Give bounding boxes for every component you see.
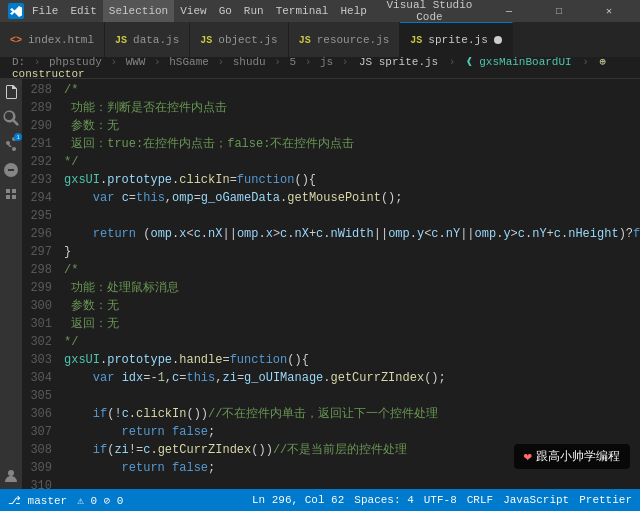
minimize-button[interactable]: — xyxy=(486,0,532,22)
status-bar-right: Ln 296, Col 62 Spaces: 4 UTF-8 CRLF Java… xyxy=(252,494,632,506)
indentation[interactable]: Spaces: 4 xyxy=(354,494,413,506)
js-file-icon: JS xyxy=(299,35,311,46)
menu-edit[interactable]: Edit xyxy=(64,0,102,22)
debug-icon[interactable] xyxy=(2,161,20,179)
menu-file[interactable]: File xyxy=(26,0,64,22)
close-button[interactable]: ✕ xyxy=(586,0,632,22)
watermark-icon: ❤ xyxy=(524,448,532,465)
menu-help[interactable]: Help xyxy=(334,0,372,22)
explorer-icon[interactable] xyxy=(2,83,20,101)
tab-resource-js[interactable]: JS resource.js xyxy=(289,22,401,57)
status-bar: ⎇ master ⚠ 0 ⊘ 0 Ln 296, Col 62 Spaces: … xyxy=(0,489,640,511)
extensions-icon[interactable] xyxy=(2,187,20,205)
html-file-icon: <> xyxy=(10,35,22,46)
watermark: ❤ 跟高小帅学编程 xyxy=(514,444,630,469)
account-icon[interactable] xyxy=(2,467,20,485)
editor: 288 289 290 291 292 293 294 295 296 297 … xyxy=(22,79,640,489)
encoding[interactable]: UTF-8 xyxy=(424,494,457,506)
code-content[interactable]: /* 功能：判断是否在控件内点击 参数：无 返回：true:在控件内点击；fal… xyxy=(60,79,640,489)
breadcrumb-text: D: › phpstudy › WWW › hSGame › shudu › 5… xyxy=(12,55,628,80)
git-branch[interactable]: ⎇ master xyxy=(8,494,67,507)
source-control-badge: 1 xyxy=(14,133,22,141)
menu-selection[interactable]: Selection xyxy=(103,0,174,22)
activity-bar: 1 xyxy=(0,79,22,489)
tab-bar: <> index.html JS data.js JS object.js JS… xyxy=(0,22,640,57)
tab-label: object.js xyxy=(218,34,277,46)
search-icon[interactable] xyxy=(2,109,20,127)
tab-label: sprite.js xyxy=(428,34,487,46)
tab-label: resource.js xyxy=(317,34,390,46)
menu-bar: File Edit Selection View Go Run Terminal… xyxy=(26,0,373,22)
title-bar-left: File Edit Selection View Go Run Terminal… xyxy=(8,0,373,22)
line-ending[interactable]: CRLF xyxy=(467,494,493,506)
menu-terminal[interactable]: Terminal xyxy=(270,0,335,22)
status-bar-left: ⎇ master ⚠ 0 ⊘ 0 xyxy=(8,494,123,507)
unsaved-indicator xyxy=(494,36,502,44)
js-file-icon: JS xyxy=(200,35,212,46)
tab-data-js[interactable]: JS data.js xyxy=(105,22,190,57)
menu-go[interactable]: Go xyxy=(213,0,238,22)
js-file-icon: JS xyxy=(410,35,422,46)
formatter[interactable]: Prettier xyxy=(579,494,632,506)
cursor-position[interactable]: Ln 296, Col 62 xyxy=(252,494,344,506)
tab-label: data.js xyxy=(133,34,179,46)
svg-point-0 xyxy=(8,470,14,476)
source-control-icon[interactable]: 1 xyxy=(2,135,20,153)
menu-run[interactable]: Run xyxy=(238,0,270,22)
watermark-text: 跟高小帅学编程 xyxy=(536,448,620,465)
tab-sprite-js[interactable]: JS sprite.js xyxy=(400,22,512,57)
menu-view[interactable]: View xyxy=(174,0,212,22)
language-mode[interactable]: JavaScript xyxy=(503,494,569,506)
window-controls: — □ ✕ xyxy=(486,0,632,22)
error-count[interactable]: ⚠ 0 ⊘ 0 xyxy=(77,494,123,507)
tab-object-js[interactable]: JS object.js xyxy=(190,22,288,57)
tab-label: index.html xyxy=(28,34,94,46)
breadcrumb: D: › phpstudy › WWW › hSGame › shudu › 5… xyxy=(0,57,640,79)
code-area[interactable]: 288 289 290 291 292 293 294 295 296 297 … xyxy=(22,79,640,489)
js-file-icon: JS xyxy=(115,35,127,46)
title-bar: File Edit Selection View Go Run Terminal… xyxy=(0,0,640,22)
tab-index-html[interactable]: <> index.html xyxy=(0,22,105,57)
vscode-logo xyxy=(8,3,24,19)
main-area: 1 288 289 290 291 292 293 294 295 296 xyxy=(0,79,640,489)
maximize-button[interactable]: □ xyxy=(536,0,582,22)
line-numbers: 288 289 290 291 292 293 294 295 296 297 … xyxy=(22,79,60,489)
